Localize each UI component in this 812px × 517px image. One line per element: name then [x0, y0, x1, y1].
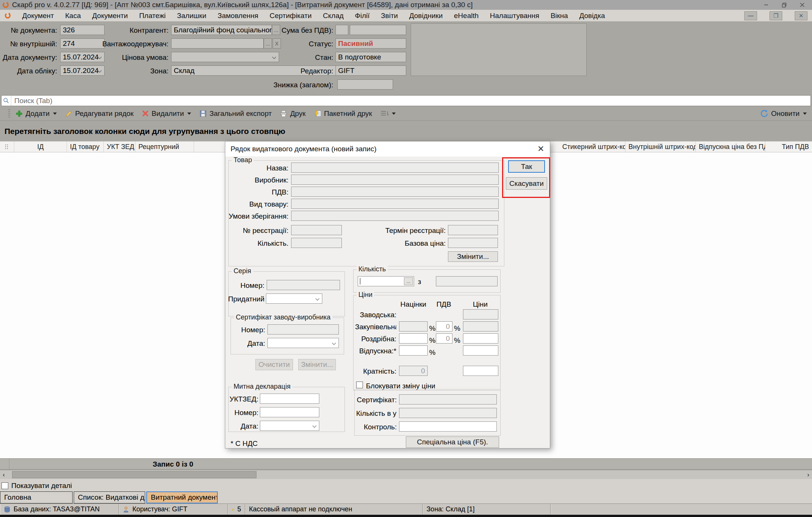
tab-home[interactable]: Головна — [0, 491, 73, 503]
menu-item-settings[interactable]: Налаштування — [490, 12, 539, 20]
retail-price-field[interactable] — [463, 333, 498, 344]
change-product-button[interactable]: Змінити... — [448, 251, 498, 262]
column-header-id[interactable]: ІД — [14, 141, 67, 152]
menu-item-help[interactable]: Довідка — [579, 12, 605, 20]
mdi-minimize-icon[interactable]: — — [744, 11, 757, 20]
doc-date-label: Дата документу: — [1, 53, 57, 62]
menu-item-stock[interactable]: Залишки — [177, 12, 206, 20]
add-button[interactable]: Додати — [15, 109, 57, 118]
refresh-button[interactable]: Оновити — [760, 109, 807, 118]
quantity-browse-button[interactable]: ... — [404, 277, 413, 285]
layout-list-button[interactable] — [380, 110, 396, 117]
name-field[interactable] — [291, 163, 499, 173]
name-label: Назва: — [228, 164, 288, 172]
delete-button[interactable]: Видалити — [142, 109, 191, 118]
menu-item-branches[interactable]: Філії — [355, 12, 370, 20]
factory-cert-date-dropdown[interactable] — [267, 338, 339, 348]
factory-price-field[interactable] — [463, 309, 498, 319]
vat-field[interactable] — [291, 187, 499, 197]
multiplicity-price-field[interactable] — [463, 366, 498, 376]
mdi-close-icon[interactable]: ✕ — [795, 11, 807, 20]
dialog-close-icon[interactable]: ✕ — [536, 144, 546, 154]
retail-vat-field[interactable]: 0 — [436, 333, 452, 344]
horizontal-scrollbar[interactable]: ‹ › — [0, 470, 812, 479]
base-price-field[interactable] — [448, 238, 498, 248]
mdi-restore-icon[interactable]: ❐ — [770, 11, 782, 20]
minimize-icon[interactable] — [759, 1, 774, 9]
column-header-internal-barcode[interactable]: Внутрішній штрих-код — [625, 141, 696, 152]
chevron-down-icon[interactable] — [332, 339, 336, 347]
menu-item-directories[interactable]: Довідники — [409, 12, 443, 20]
selling-markup-field[interactable] — [399, 345, 428, 356]
sum-no-vat-small-field[interactable] — [335, 25, 348, 35]
application-window: Скарб pro v. 4.0.2.77 [ІД: 969] - [Апт №… — [0, 0, 812, 517]
close-icon[interactable] — [795, 1, 810, 9]
column-header-product-id[interactable]: ІД товару — [67, 141, 104, 152]
clear-cert-button[interactable]: Очистити — [255, 359, 293, 370]
batch-print-button[interactable]: Пакетний друк — [314, 109, 372, 118]
lock-price-checkbox[interactable] — [356, 382, 363, 388]
dialog-title-bar[interactable]: Рядок видаткового документа (новий запис… — [225, 141, 550, 157]
reg-term-field[interactable] — [448, 225, 498, 235]
certificate-field[interactable] — [399, 394, 497, 404]
scroll-left-icon[interactable]: ‹ — [0, 470, 8, 479]
discount-field[interactable] — [337, 79, 393, 90]
menu-item-payments[interactable]: Платежі — [139, 12, 166, 20]
change-cert-button[interactable]: Змінити... — [298, 359, 336, 370]
menu-item-warehouse[interactable]: Склад — [323, 12, 344, 20]
menu-item-document[interactable]: Документ — [22, 12, 54, 20]
chevron-down-icon[interactable] — [315, 295, 320, 303]
show-details-checkbox[interactable] — [2, 482, 8, 489]
quantity-pack-field[interactable] — [291, 238, 342, 248]
sum-no-vat-label: Сума без ПДВ): — [241, 26, 333, 35]
export-all-button[interactable]: Загальний експорт — [199, 109, 272, 118]
edit-row-button[interactable]: Редагувати рядок — [65, 109, 134, 118]
special-price-button[interactable]: Спеціальна ціна (F5). — [406, 436, 499, 448]
product-kind-field[interactable] — [291, 199, 499, 209]
menu-item-kasa[interactable]: Каса — [65, 12, 81, 20]
quantity-input[interactable]: ... — [358, 276, 414, 286]
column-header-ukt-zed[interactable]: УКТ ЗЕД — [104, 141, 135, 152]
purchase-price-field[interactable] — [463, 321, 498, 331]
customs-date-dropdown[interactable] — [260, 421, 319, 431]
customs-number-field[interactable] — [260, 407, 319, 417]
series-number-field[interactable] — [267, 280, 340, 290]
qty-in-pack-field[interactable] — [399, 408, 497, 418]
reg-number-field[interactable] — [291, 225, 342, 235]
scroll-right-icon[interactable]: › — [804, 470, 812, 479]
menu-item-windows[interactable]: Вікна — [551, 12, 568, 20]
column-header-sticker-barcode[interactable]: Стикерний штрих-код — [559, 141, 625, 152]
print-button[interactable]: Друк — [280, 109, 305, 118]
row-selector-column-header[interactable] — [0, 141, 14, 152]
notes-panel[interactable] — [411, 23, 587, 76]
scrollbar-thumb[interactable] — [12, 471, 257, 478]
sum-no-vat-field[interactable] — [350, 25, 406, 35]
menu-item-documents[interactable]: Документи — [92, 12, 128, 20]
storage-field[interactable] — [291, 211, 499, 221]
uktzed-field[interactable] — [260, 394, 319, 404]
toolbar-grip[interactable] — [8, 109, 10, 118]
purchase-markup-field[interactable] — [399, 321, 428, 331]
factory-cert-number-field[interactable] — [267, 324, 339, 335]
tab-outgoing-document[interactable]: Витратний документ .. — [146, 491, 218, 503]
tab-outgoing-list[interactable]: Список: Видаткові д ... — [74, 491, 145, 503]
control-field[interactable] — [399, 421, 497, 432]
restore-icon[interactable] — [777, 1, 792, 9]
series-valid-dropdown[interactable] — [266, 293, 322, 304]
manufacturer-field[interactable] — [291, 175, 499, 185]
purchase-vat-field[interactable]: 0 — [436, 321, 452, 331]
search-input[interactable] — [11, 96, 810, 106]
chevron-down-icon[interactable] — [312, 422, 317, 430]
group-by-hint[interactable]: Перетягніть заголовок колонки сюди для у… — [0, 121, 812, 141]
retail-markup-field[interactable] — [399, 333, 428, 344]
quantity-total-field[interactable] — [436, 276, 498, 286]
menu-item-reports[interactable]: Звіти — [381, 12, 398, 20]
menu-item-ehealth[interactable]: eHealth — [454, 12, 479, 20]
column-header-vat-type[interactable]: Тип ПДВ — [765, 141, 812, 152]
multiplicity-field[interactable]: 0 — [399, 366, 428, 376]
column-header-prescription[interactable]: Рецептурний — [135, 141, 194, 152]
menu-item-certificates[interactable]: Сертифікати — [270, 12, 312, 20]
column-header-selling-price-no-vat[interactable]: Відпускна ціна без ПДВ — [696, 141, 765, 152]
selling-price-field[interactable] — [463, 345, 498, 356]
menu-item-orders[interactable]: Замовлення — [218, 12, 258, 20]
